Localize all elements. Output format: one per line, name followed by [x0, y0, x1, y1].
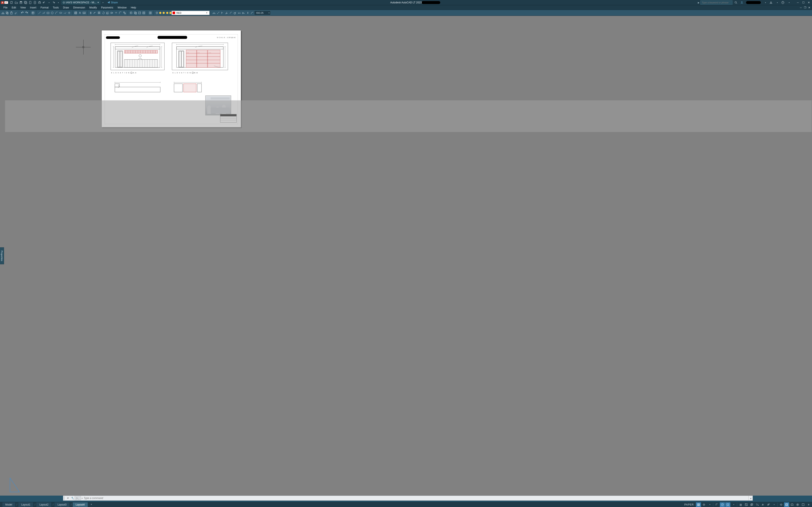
arc-icon[interactable]: [54, 11, 59, 15]
stretch-icon[interactable]: [110, 11, 114, 15]
minimize-icon[interactable]: ─: [796, 0, 800, 5]
qat-openweb-icon[interactable]: [33, 0, 37, 5]
viewport-elevation-b[interactable]: E L E V A T I O NB-B: [172, 43, 228, 70]
qat-flyout-icon[interactable]: [100, 0, 105, 5]
mdi-close-icon[interactable]: ✕: [807, 6, 811, 9]
help-icon[interactable]: ?: [780, 0, 785, 5]
snap-toggle-icon[interactable]: [701, 502, 707, 507]
cmdline-close-icon[interactable]: ✕: [65, 496, 70, 500]
qat-plot-icon[interactable]: [37, 0, 42, 5]
layer-combo[interactable]: RED ▼: [171, 11, 210, 15]
text-icon[interactable]: A: [78, 11, 82, 15]
command-input[interactable]: [83, 497, 748, 500]
qat-redo-menu-icon[interactable]: [56, 0, 60, 5]
xref-icon[interactable]: [142, 11, 146, 15]
paste-icon[interactable]: [9, 11, 13, 15]
qat-saveas-icon[interactable]: [23, 0, 28, 5]
customize-status-icon[interactable]: ≡: [806, 502, 811, 507]
selection-cycling-icon[interactable]: [749, 502, 754, 507]
pline-icon[interactable]: [42, 11, 46, 15]
ucs-icon[interactable]: [9, 476, 20, 493]
share-button[interactable]: Share: [107, 1, 118, 4]
dim-quick-icon[interactable]: [246, 11, 250, 15]
qat-undo-icon[interactable]: [42, 0, 47, 5]
dimstyle-combo[interactable]: ISO-25: [254, 11, 271, 15]
insert-block-icon[interactable]: [129, 11, 133, 15]
offset-icon[interactable]: [93, 11, 97, 15]
explode-icon[interactable]: [122, 11, 126, 15]
hatch-icon[interactable]: [73, 11, 78, 15]
cut-icon[interactable]: [1, 11, 5, 15]
ellipse-icon[interactable]: [59, 11, 63, 15]
menu-format[interactable]: Format: [39, 6, 51, 9]
menu-dimension[interactable]: Dimension: [71, 6, 87, 9]
clean-screen-icon[interactable]: [801, 502, 806, 507]
menu-file[interactable]: File: [1, 6, 9, 9]
anno-scale-menu-icon[interactable]: [771, 502, 776, 507]
multileader-icon[interactable]: [250, 11, 254, 15]
properties-icon[interactable]: [31, 11, 35, 15]
snap-menu-icon[interactable]: [707, 502, 712, 507]
viewport-elevation-a[interactable]: E L E V A T I O NA-A: [111, 43, 164, 70]
layer-props-icon[interactable]: [155, 11, 159, 15]
grid-toggle-icon[interactable]: [696, 502, 701, 507]
tab-layout1[interactable]: Layout1: [18, 502, 34, 507]
dim-angular-icon[interactable]: [224, 11, 229, 15]
close-icon[interactable]: ✕: [807, 0, 811, 5]
dim-aligned-icon[interactable]: [216, 11, 220, 15]
menu-help[interactable]: Help: [129, 6, 138, 9]
space-toggle[interactable]: PAPER: [682, 503, 696, 506]
search-expand-icon[interactable]: ▶: [698, 1, 700, 4]
account-menu-icon[interactable]: [763, 0, 768, 5]
viewport-section-c[interactable]: [111, 81, 164, 100]
dim-radius-icon[interactable]: [233, 11, 237, 15]
tab-layout2[interactable]: Layout2: [36, 502, 52, 507]
qat-new-icon[interactable]: [9, 0, 14, 5]
rotate-icon[interactable]: [101, 11, 105, 15]
hardware-accel-icon[interactable]: [790, 502, 795, 507]
polar-icon[interactable]: [720, 502, 725, 507]
trim-icon[interactable]: [114, 11, 118, 15]
paper-space-canvas[interactable]: S C A L E : 1:20 @ A1: [5, 16, 812, 495]
workspace-switcher[interactable]: IAN'S WORKSPACE - Mi... ▼: [61, 0, 100, 5]
circle-icon[interactable]: [50, 11, 54, 15]
menu-parametric[interactable]: Parametric: [99, 6, 115, 9]
mtext-icon[interactable]: A: [82, 11, 86, 15]
mirror-icon[interactable]: [89, 11, 93, 15]
qat-save-icon[interactable]: [18, 0, 23, 5]
maximize-icon[interactable]: ☐: [801, 0, 806, 5]
help-menu-icon[interactable]: [786, 0, 791, 5]
scale-icon[interactable]: [105, 11, 110, 15]
xline-icon[interactable]: [67, 11, 71, 15]
line-icon[interactable]: [38, 11, 42, 15]
mdi-minimize-icon[interactable]: ─: [799, 6, 803, 9]
autodesk-app-menu-icon[interactable]: [774, 0, 779, 5]
workspace-icon[interactable]: [778, 502, 784, 507]
mdi-restore-icon[interactable]: ❐: [803, 6, 807, 9]
toolpalette-icon[interactable]: [148, 11, 152, 15]
copy-icon[interactable]: [5, 11, 9, 15]
osnap-icon[interactable]: [725, 502, 730, 507]
dim-baseline-icon[interactable]: [242, 11, 246, 15]
tab-model[interactable]: Model: [2, 502, 15, 507]
dim-linear-icon[interactable]: [212, 11, 216, 15]
command-line[interactable]: ✕ 🔧 ▷_ ▾ ▴: [63, 496, 753, 501]
undo-icon[interactable]: ↶: [20, 11, 24, 15]
signin-icon[interactable]: [739, 0, 744, 5]
menu-edit[interactable]: Edit: [9, 6, 18, 9]
annotation-scale-icon[interactable]: A: [755, 502, 760, 507]
lineweight-icon[interactable]: [738, 502, 743, 507]
search-icon[interactable]: [733, 0, 739, 5]
spline-icon[interactable]: [63, 11, 67, 15]
isolate-objects-icon[interactable]: [795, 502, 800, 507]
qat-undo-menu-icon[interactable]: [47, 0, 51, 5]
properties-palette-tab[interactable]: Properties: [0, 247, 4, 264]
dim-arc-icon[interactable]: [229, 11, 233, 15]
array-icon[interactable]: [97, 11, 101, 15]
dim-continue-icon[interactable]: [237, 11, 242, 15]
edit-block-icon[interactable]: [138, 11, 142, 15]
search-input[interactable]: [701, 1, 732, 4]
transparency-icon[interactable]: [744, 502, 749, 507]
qat-webmobile-icon[interactable]: [28, 0, 33, 5]
menu-window[interactable]: Window: [115, 6, 129, 9]
